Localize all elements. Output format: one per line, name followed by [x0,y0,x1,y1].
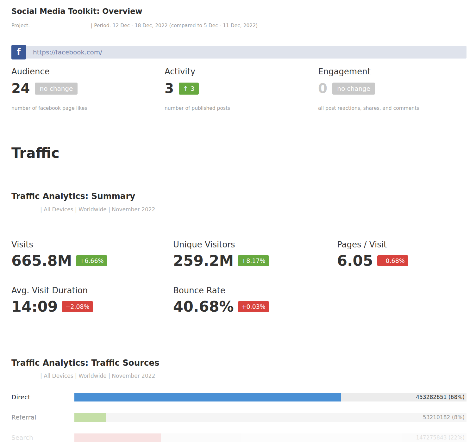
sources-meta: | All Devices | Worldwide | November 202… [11,373,467,379]
unique-visitors-metric: Unique Visitors 259.2M +8.17% [173,240,337,268]
activity-description: number of published posts [165,105,318,111]
arrow-up-icon: ↑ [183,85,188,92]
audience-card: Audience 24 no change number of facebook… [11,67,165,111]
bounce-rate-label: Bounce Rate [173,286,337,295]
audience-value: 24 [11,82,30,95]
avg-visit-duration-label: Avg. Visit Duration [11,286,173,295]
avg-visit-duration-value: 14:09 [11,299,58,314]
bar-value-direct: 453282651 (68%) [416,393,465,401]
pages-per-visit-change-badge: −0.68% [377,255,408,266]
bar-label-referral: Referral [11,414,74,421]
unique-visitors-change-badge: +8.17% [238,255,269,266]
sources-heading: Traffic Analytics: Traffic Sources [11,358,467,368]
avg-visit-duration-change-badge: −2.08% [62,301,93,312]
bounce-rate-value: 40.68% [173,299,234,314]
activity-value: 3 [165,82,174,95]
activity-label: Activity [165,67,318,76]
bar-value-referral: 53210182 (8%) [423,413,465,422]
page-title: Social Media Toolkit: Overview [11,7,467,16]
traffic-section-heading: Traffic [11,145,467,161]
summary-meta: | All Devices | Worldwide | November 202… [11,206,467,213]
bar-label-direct: Direct [11,393,74,401]
engagement-label: Engagement [318,67,467,76]
audience-description: number of facebook page likes [11,105,165,111]
report-page: Social Media Toolkit: Overview Project:|… [0,0,476,448]
bar-row-referral: Referral 53210182 (8%) [11,413,467,422]
visits-change-badge: +6.66% [76,255,107,266]
bar-label-search: Search [11,434,74,441]
audience-label: Audience [11,67,165,76]
engagement-card: Engagement 0 no change all post reaction… [318,67,467,111]
pages-per-visit-label: Pages / Visit [337,240,467,249]
activity-change-value: 3 [191,85,195,92]
activity-change-badge: ↑3 [179,83,199,95]
activity-card: Activity 3 ↑3 number of published posts [165,67,318,111]
pages-per-visit-value: 6.05 [337,253,373,268]
bar-row-search: Search 147275843 (22%) [11,433,467,442]
engagement-description: all post reactions, shares, and comments [318,105,467,111]
visits-value: 665.8M [11,253,72,268]
facebook-url-bar: f https://facebook.com/ [11,46,467,59]
traffic-sources-bar-chart: Direct 453282651 (68%) Referral 53210182… [11,393,467,442]
facebook-icon: f [11,45,26,59]
bar-fill-search [74,433,161,442]
avg-visit-duration-metric: Avg. Visit Duration 14:09 −2.08% [11,286,173,314]
project-label: Project: [11,23,91,28]
bar-track: 453282651 (68%) [74,393,467,401]
audience-change-badge: no change [35,83,78,95]
bar-track: 53210182 (8%) [74,413,467,422]
pages-per-visit-metric: Pages / Visit 6.05 −0.68% [337,240,467,268]
engagement-change-badge: no change [332,83,375,95]
unique-visitors-label: Unique Visitors [173,240,337,249]
summary-heading: Traffic Analytics: Summary [11,191,467,201]
traffic-summary-grid: Visits 665.8M +6.66% Unique Visitors 259… [11,240,467,314]
bounce-rate-metric: Bounce Rate 40.68% +0.03% [173,286,337,314]
bar-fill-direct [74,393,341,401]
bar-fill-referral [74,413,106,422]
bounce-rate-change-badge: +0.03% [238,301,269,312]
social-metrics-row: Audience 24 no change number of facebook… [11,67,467,111]
period-text: | Period: 12 Dec - 18 Dec, 2022 (compare… [91,23,258,28]
bar-track: 147275843 (22%) [74,433,467,442]
engagement-value: 0 [318,82,327,95]
bar-row-direct: Direct 453282651 (68%) [11,393,467,401]
visits-metric: Visits 665.8M +6.66% [11,240,173,268]
visits-label: Visits [11,240,173,249]
unique-visitors-value: 259.2M [173,253,234,268]
project-period-line: Project:| Period: 12 Dec - 18 Dec, 2022 … [11,23,467,28]
bar-value-search: 147275843 (22%) [416,433,465,442]
facebook-url-link[interactable]: https://facebook.com/ [33,48,102,56]
